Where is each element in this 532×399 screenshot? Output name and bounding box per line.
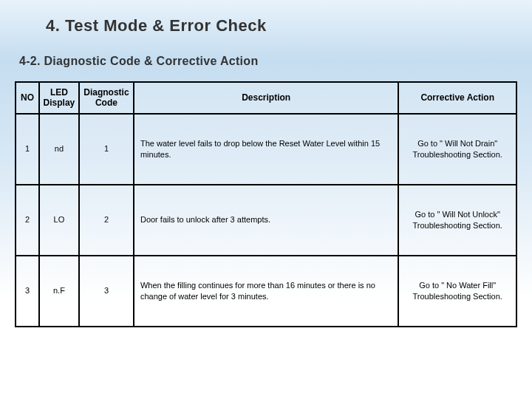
cell-code: 3 <box>79 256 134 327</box>
cell-code: 2 <box>79 185 134 256</box>
col-no: NO <box>16 82 39 114</box>
cell-desc: Door fails to unlock after 3 attempts. <box>134 185 398 256</box>
cell-corr: Go to " Will Not Unlock" Troubleshooting… <box>398 185 516 256</box>
table-row: 3 n.F 3 When the filling continues for m… <box>16 256 516 327</box>
col-code: Diagnostic Code <box>79 82 134 114</box>
cell-led: LO <box>39 185 79 256</box>
cell-no: 2 <box>16 185 39 256</box>
cell-corr: Go to " No Water Fill" Troubleshooting S… <box>398 256 516 327</box>
section-subtitle: 4-2. Diagnostic Code & Corrective Action <box>0 35 532 68</box>
cell-desc: The water level fails to drop below the … <box>134 114 398 185</box>
cell-desc: When the filling continues for more than… <box>134 256 398 327</box>
table-header-row: NO LED Display Diagnostic Code Descripti… <box>16 82 516 114</box>
col-desc: Description <box>134 82 398 114</box>
table-row: 1 nd 1 The water level fails to drop bel… <box>16 114 516 185</box>
cell-no: 1 <box>16 114 39 185</box>
col-corr: Corrective Action <box>398 82 516 114</box>
cell-corr: Go to " Will Not Drain" Troubleshooting … <box>398 114 516 185</box>
page-title: 4. Test Mode & Error Check <box>0 0 532 35</box>
cell-code: 1 <box>79 114 134 185</box>
table-row: 2 LO 2 Door fails to unlock after 3 atte… <box>16 185 516 256</box>
col-led: LED Display <box>39 82 79 114</box>
diagnostic-table: NO LED Display Diagnostic Code Descripti… <box>15 81 517 327</box>
cell-no: 3 <box>16 256 39 327</box>
cell-led: n.F <box>39 256 79 327</box>
cell-led: nd <box>39 114 79 185</box>
